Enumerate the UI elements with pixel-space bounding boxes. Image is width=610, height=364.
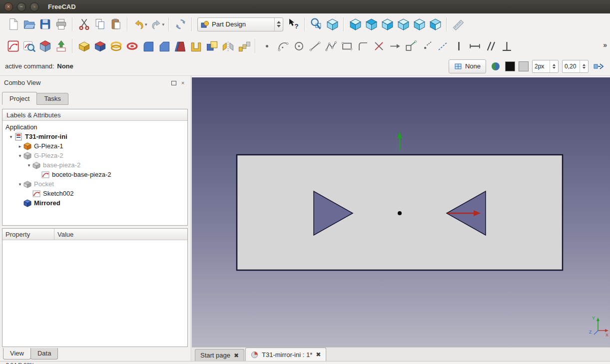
map-sketch-to-face-button[interactable]: [37, 38, 53, 54]
undo-dropdown-icon[interactable]: ▾: [145, 22, 147, 27]
constraint-vertical-button[interactable]: [451, 38, 467, 54]
tree-item-pocket[interactable]: ▾ Pocket: [2, 179, 187, 189]
tree-item-g-pieza-1[interactable]: ▸ G-Pieza-1: [2, 141, 187, 151]
chamfer-button[interactable]: [156, 38, 172, 54]
create-line-button[interactable]: [307, 38, 323, 54]
create-rectangle-button[interactable]: [339, 38, 355, 54]
axonometric-view-button[interactable]: [324, 16, 340, 32]
construction-point-button[interactable]: [419, 38, 435, 54]
window-maximize-icon[interactable]: ▫: [30, 2, 39, 11]
text-scale-value: 0,20: [563, 63, 580, 70]
mirror-normal-arrow-green: [397, 132, 402, 150]
linear-pattern-button[interactable]: [236, 38, 252, 54]
close-tab-icon[interactable]: ✖: [234, 353, 239, 359]
redo-dropdown-icon[interactable]: ▾: [162, 22, 165, 27]
toolbar-separator: [343, 17, 344, 31]
left-view-button[interactable]: [427, 16, 443, 32]
tree-item-base-pieza-2[interactable]: ▾ base-pieza-2: [2, 160, 187, 170]
groove-button[interactable]: [124, 38, 140, 54]
3d-view-canvas[interactable]: Y X Z: [192, 77, 610, 347]
new-document-button[interactable]: [5, 16, 21, 32]
leave-sketch-button[interactable]: [53, 38, 69, 54]
fit-all-button[interactable]: [308, 16, 324, 32]
text-scale-spinbox[interactable]: 0,20: [562, 60, 589, 73]
create-fillet-button[interactable]: [355, 38, 371, 54]
working-plane-button[interactable]: None: [449, 59, 486, 73]
expander-open-icon[interactable]: ▾: [7, 134, 14, 139]
text-scale-spinner[interactable]: [580, 60, 588, 72]
copy-icon: [93, 17, 107, 31]
panel-close-button[interactable]: ×: [179, 79, 186, 86]
tree-item-sketch002[interactable]: Sketch002: [2, 189, 187, 198]
tree-item-boceto[interactable]: boceto-base-pieza-2: [2, 170, 187, 179]
mirrored-transform-button[interactable]: [220, 38, 236, 54]
line-color-swatch[interactable]: [505, 61, 515, 71]
toggle-construction-button[interactable]: [435, 38, 451, 54]
thickness-button[interactable]: [188, 38, 204, 54]
pocket-button[interactable]: [92, 38, 108, 54]
trim-edge-icon: [372, 39, 386, 53]
paste-button[interactable]: [108, 16, 124, 32]
panel-float-button[interactable]: [170, 79, 177, 86]
property-editor: Property Value: [2, 228, 188, 347]
right-view-button[interactable]: [379, 16, 395, 32]
tree-item-g-pieza-2[interactable]: ▾ G-Pieza-2: [2, 151, 187, 160]
front-view-button[interactable]: [347, 16, 363, 32]
copy-button[interactable]: [92, 16, 108, 32]
whats-this-button[interactable]: ?: [285, 16, 301, 32]
line-width-spinbox[interactable]: 2px: [532, 60, 559, 73]
external-geometry-button[interactable]: [403, 38, 419, 54]
rear-view-button[interactable]: [395, 16, 411, 32]
trim-edge-button[interactable]: [371, 38, 387, 54]
expander-open-icon[interactable]: ▾: [25, 163, 32, 168]
workbench-spinner[interactable]: [274, 18, 283, 31]
tab-document[interactable]: T31-mirror-ini : 1* ✖: [245, 348, 326, 361]
constraint-perpendicular-button[interactable]: [499, 38, 515, 54]
cut-button[interactable]: [76, 16, 92, 32]
title-bar[interactable]: × − ▫ FreeCAD: [0, 0, 610, 13]
close-tab-icon[interactable]: ✖: [316, 352, 321, 358]
edit-sketch-button[interactable]: [21, 38, 37, 54]
expander-open-icon[interactable]: ▾: [16, 153, 23, 158]
constraint-parallel-button[interactable]: [483, 38, 499, 54]
extend-edge-button[interactable]: [387, 38, 403, 54]
tree-item-mirrored[interactable]: Mirrored: [2, 198, 187, 208]
tab-view[interactable]: View: [3, 348, 31, 360]
tab-tasks[interactable]: Tasks: [36, 93, 68, 105]
window-minimize-icon[interactable]: −: [17, 2, 26, 11]
create-polyline-button[interactable]: [323, 38, 339, 54]
top-view-button[interactable]: [363, 16, 379, 32]
create-arc-button[interactable]: [275, 38, 291, 54]
toolbar-overflow-icon[interactable]: »: [603, 41, 607, 49]
3d-viewport[interactable]: Y X Z: [192, 77, 610, 347]
autogroup-button[interactable]: [592, 60, 605, 72]
open-document-button[interactable]: [21, 16, 37, 32]
expander-closed-icon[interactable]: ▸: [16, 144, 23, 149]
create-point-button[interactable]: [259, 38, 275, 54]
tab-start-page[interactable]: Start page ✖: [195, 349, 244, 361]
measure-distance-button[interactable]: [450, 16, 466, 32]
workbench-selector[interactable]: Part Design: [197, 17, 283, 31]
refresh-button[interactable]: [172, 16, 188, 32]
line-width-spinner[interactable]: [550, 60, 558, 72]
boolean-button[interactable]: [204, 38, 220, 54]
pad-button[interactable]: [76, 38, 92, 54]
window-close-icon[interactable]: ×: [4, 2, 13, 11]
revolution-button[interactable]: [108, 38, 124, 54]
tab-project[interactable]: Project: [2, 92, 37, 105]
bottom-view-button[interactable]: [411, 16, 427, 32]
draft-button[interactable]: [172, 38, 188, 54]
constraint-distance-button[interactable]: [467, 38, 483, 54]
fillet-button[interactable]: [140, 38, 156, 54]
construction-mode-button[interactable]: [490, 60, 502, 72]
expander-open-icon[interactable]: ▾: [16, 182, 23, 187]
save-document-button[interactable]: [37, 16, 53, 32]
tree-item-document[interactable]: ▾ T31-mirror-ini: [2, 132, 187, 141]
create-sketch-button[interactable]: [5, 38, 21, 54]
tab-data[interactable]: Data: [30, 348, 58, 360]
save-document-icon: [38, 17, 52, 31]
print-button[interactable]: [53, 16, 69, 32]
tree-root[interactable]: Application: [2, 122, 187, 132]
create-circle-button[interactable]: [291, 38, 307, 54]
face-color-swatch[interactable]: [519, 61, 529, 71]
